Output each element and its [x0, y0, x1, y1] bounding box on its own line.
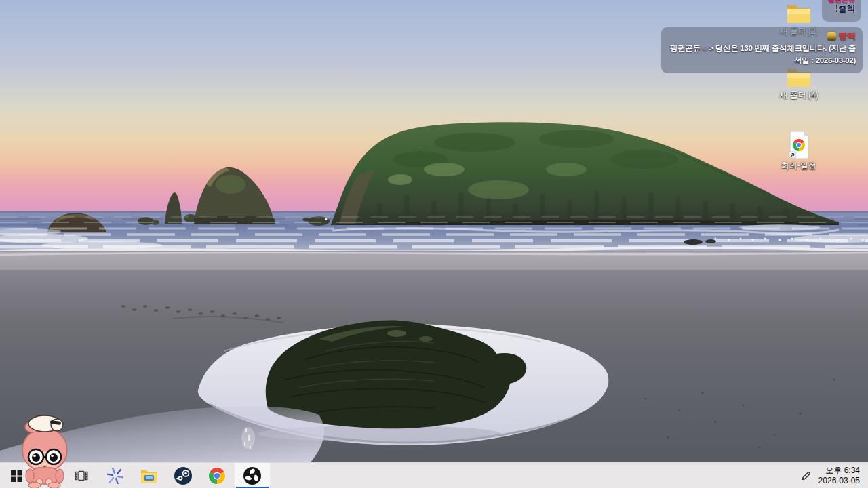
obs-studio-icon [243, 467, 261, 485]
steam-icon [174, 467, 192, 485]
beach-wallpaper [0, 0, 868, 488]
desktop-icon-meeting-schedule-shortcut[interactable]: 회의-일정 [766, 130, 831, 170]
toast-badge-row: 빵떡 [668, 30, 856, 42]
windows-ink-pen-button[interactable] [796, 463, 815, 488]
start-button[interactable] [0, 463, 33, 488]
folder-icon [785, 1, 812, 26]
chrome-button[interactable] [201, 463, 233, 488]
steam-button[interactable] [167, 463, 199, 488]
pinwheel-app-icon [107, 468, 123, 484]
icon-label: 새 폴더 (4) [779, 91, 818, 100]
toast-message-line2: 석일 : 2026-03-02) [668, 54, 856, 66]
chrome-icon [208, 467, 226, 485]
task-view-button[interactable] [65, 463, 98, 488]
pinwheel-capture-app-button[interactable] [99, 463, 132, 488]
file-explorer-icon [140, 468, 158, 483]
pen-icon [800, 470, 811, 481]
file-explorer-button[interactable] [133, 463, 165, 488]
badge-icon [827, 32, 836, 41]
chrome-html-shortcut-icon [785, 130, 812, 160]
clock-time: 오후 6:34 [818, 466, 860, 476]
attendance-check-toast: 빵떡 펭귄콘듀 -- > 당신은 130 번째 출석체크입니다. (지난 출 석… [661, 27, 863, 73]
chat-bubble: 펭귄콘듀 !출첵 [822, 0, 861, 22]
badge-nickname: 빵떡 [839, 30, 856, 42]
chat-message: !출첵 [822, 4, 861, 14]
clock-date: 2026-03-05 [818, 476, 860, 486]
taskbar: 오후 6:34 2026-03-05 [0, 462, 868, 488]
task-view-icon [75, 469, 88, 483]
taskbar-clock[interactable]: 오후 6:34 2026-03-05 [818, 466, 860, 486]
windows-logo-icon [11, 470, 22, 482]
icon-label: 회의-일정 [781, 161, 816, 170]
toast-message-line1: 펭귄콘듀 -- > 당신은 130 번째 출석체크입니다. (지난 출 [668, 42, 856, 54]
obs-studio-button[interactable] [235, 463, 270, 488]
